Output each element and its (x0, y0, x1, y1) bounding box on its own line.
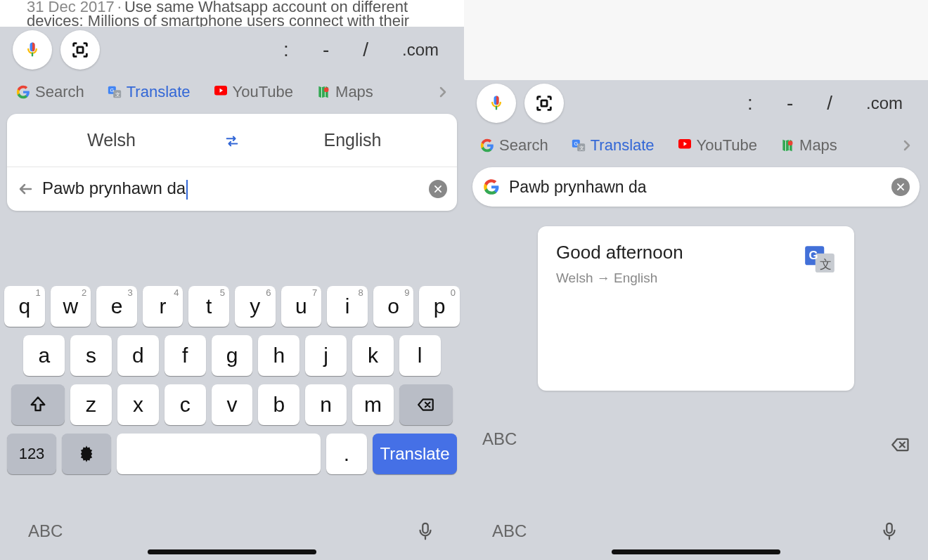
scan-button[interactable] (60, 30, 100, 70)
key-b[interactable]: b (258, 384, 299, 425)
dictation-button[interactable] (415, 519, 436, 543)
settings-key[interactable] (62, 434, 111, 474)
tab-label: Translate (127, 83, 191, 101)
tab-youtube[interactable]: YouTube (666, 136, 768, 155)
tab-maps[interactable]: Maps (304, 83, 385, 101)
key-u[interactable]: u7 (281, 286, 322, 327)
symbol-dotcom[interactable]: .com (853, 93, 915, 113)
shift-key[interactable] (11, 384, 65, 425)
symbol-slash[interactable]: / (350, 39, 381, 61)
key-hint: 2 (82, 287, 86, 298)
key-w[interactable]: w2 (51, 286, 91, 327)
symbol-colon[interactable]: : (271, 39, 302, 61)
symbol-colon[interactable]: : (735, 92, 766, 115)
key-q[interactable]: q1 (4, 286, 45, 327)
tab-translate[interactable]: G文 Translate (560, 136, 666, 155)
input-back-button[interactable] (17, 181, 42, 197)
key-f[interactable]: f (165, 335, 206, 376)
gear-icon (77, 444, 96, 464)
tab-search[interactable]: Search (4, 83, 96, 101)
mic-outline-icon (879, 519, 900, 543)
tab-youtube[interactable]: YouTube (202, 83, 304, 101)
home-indicator[interactable] (612, 549, 780, 554)
backspace-key[interactable] (399, 384, 453, 425)
abc-label[interactable]: ABC (482, 429, 517, 449)
tab-label: Search (499, 136, 548, 155)
key-i[interactable]: i8 (327, 286, 368, 327)
key-hint: 1 (35, 287, 40, 298)
backspace-button[interactable] (889, 435, 913, 455)
search-bar[interactable]: Pawb prynhawn da (472, 167, 920, 207)
key-m[interactable]: m (352, 384, 394, 425)
period-key[interactable]: . (326, 434, 367, 474)
key-x[interactable]: x (117, 384, 159, 425)
key-h[interactable]: h (258, 335, 299, 376)
swap-languages-button[interactable] (216, 133, 248, 148)
mic-icon (22, 40, 42, 60)
voice-button[interactable] (477, 84, 516, 123)
key-c[interactable]: c (165, 384, 206, 425)
lang-to[interactable]: English (248, 130, 457, 150)
symbol-dash[interactable]: - (774, 92, 806, 115)
app-tabs: Search G文 Translate YouTube Maps (464, 126, 928, 164)
key-o[interactable]: o9 (373, 286, 414, 327)
tabs-more[interactable] (426, 84, 460, 100)
svg-rect-8 (423, 523, 428, 533)
close-icon (433, 184, 443, 194)
mic-outline-icon (415, 519, 436, 543)
key-g[interactable]: g (212, 335, 253, 376)
abc-label[interactable]: ABC (492, 521, 527, 541)
svg-text:G: G (110, 87, 114, 93)
key-hint: 7 (312, 287, 317, 298)
google-g-icon (479, 138, 495, 153)
key-t[interactable]: t5 (188, 286, 229, 327)
key-n[interactable]: n (305, 384, 347, 425)
numeric-key[interactable]: 123 (7, 434, 56, 474)
space-key[interactable] (117, 434, 321, 474)
clear-input-button[interactable] (429, 180, 447, 198)
symbol-dash[interactable]: - (310, 39, 342, 61)
key-d[interactable]: d (117, 335, 159, 376)
symbol-dotcom[interactable]: .com (389, 40, 451, 60)
tab-maps[interactable]: Maps (768, 136, 849, 155)
home-indicator[interactable] (148, 549, 316, 554)
key-a[interactable]: a (23, 335, 65, 376)
translate-result-card[interactable]: Good afternoon Welsh → English G文 (538, 226, 854, 391)
key-k[interactable]: k (352, 335, 394, 376)
symbol-slash[interactable]: / (814, 92, 845, 115)
tab-label: YouTube (233, 83, 293, 101)
key-j[interactable]: j (305, 335, 347, 376)
scan-button[interactable] (524, 84, 564, 123)
svg-point-6 (324, 87, 329, 92)
key-hint: 6 (266, 287, 271, 298)
close-icon (896, 182, 906, 192)
key-r[interactable]: r4 (143, 286, 183, 327)
scan-icon (534, 93, 554, 113)
tab-search[interactable]: Search (468, 136, 560, 155)
key-y[interactable]: y6 (235, 286, 276, 327)
google-g-icon (482, 178, 501, 196)
search-text: Pawb prynhawn da (509, 178, 891, 197)
translate-action-key[interactable]: Translate (373, 434, 457, 474)
key-z[interactable]: z (70, 384, 112, 425)
key-e[interactable]: e3 (96, 286, 137, 327)
tab-translate[interactable]: G文 Translate (96, 83, 202, 101)
swap-icon (221, 133, 243, 148)
key-s[interactable]: s (70, 335, 112, 376)
translate-input[interactable]: Pawb prynhawn da (42, 178, 429, 200)
abc-label[interactable]: ABC (28, 521, 63, 541)
svg-text:G: G (808, 249, 818, 262)
key-hint: 8 (359, 287, 363, 298)
voice-button[interactable] (13, 30, 52, 70)
dictation-button[interactable] (879, 519, 900, 543)
key-p[interactable]: p0 (419, 286, 460, 327)
translate-icon: G文 (107, 84, 122, 100)
lang-from[interactable]: Welsh (7, 130, 216, 150)
tabs-more[interactable] (890, 137, 924, 154)
maps-icon (316, 84, 331, 100)
scan-icon (70, 40, 90, 60)
clear-search-button[interactable] (891, 178, 910, 196)
text-caret (186, 180, 188, 200)
key-v[interactable]: v (212, 384, 253, 425)
key-l[interactable]: l (399, 335, 441, 376)
